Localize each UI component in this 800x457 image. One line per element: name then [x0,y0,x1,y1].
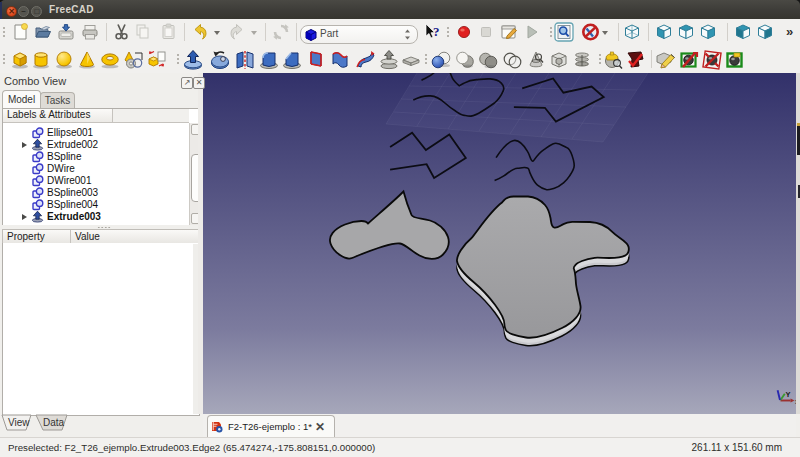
svg-text:View: View [8,417,30,428]
svg-text:Data: Data [43,417,65,428]
svg-text:?: ? [433,24,440,39]
svg-text:Y: Y [786,390,791,399]
